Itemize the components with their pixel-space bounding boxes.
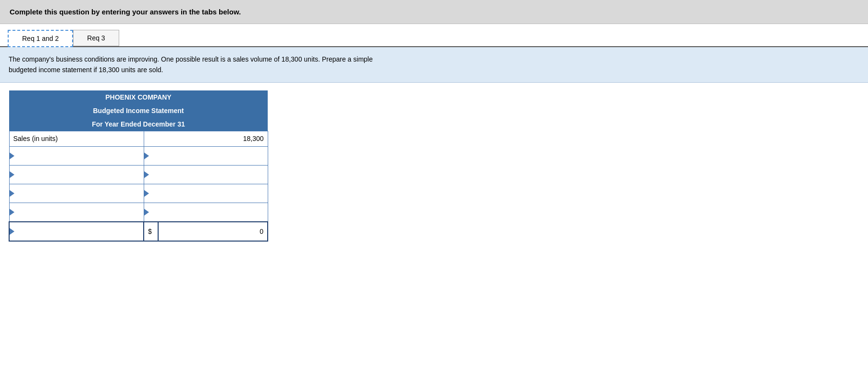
table-section: PHOENIX COMPANY Budgeted Income Statemen… — [0, 83, 868, 249]
table-title1: PHOENIX COMPANY — [9, 90, 268, 104]
input-label-2[interactable] — [13, 167, 140, 182]
arrow-icon-val-1 — [144, 153, 149, 159]
table-row-sales: Sales (in units) 18,300 — [9, 131, 268, 146]
input-value-cell-1 — [144, 146, 268, 165]
instruction-text: Complete this question by entering your … — [10, 8, 241, 16]
tab-req3[interactable]: Req 3 — [73, 30, 119, 46]
arrow-icon-total — [10, 228, 14, 235]
input-value-3[interactable] — [148, 186, 264, 201]
arrow-icon-4 — [10, 209, 14, 216]
total-label-cell — [9, 222, 144, 241]
table-title-row1: PHOENIX COMPANY — [9, 90, 268, 104]
description-line2: budgeted income statement if 18,300 unit… — [9, 66, 163, 74]
table-row-input2 — [9, 165, 268, 184]
arrow-icon-val-2 — [144, 171, 149, 178]
description-line1: The company's business conditions are im… — [9, 55, 373, 63]
description-area: The company's business conditions are im… — [0, 47, 868, 83]
income-table: PHOENIX COMPANY Budgeted Income Statemen… — [9, 90, 268, 242]
sales-value: 18,300 — [144, 131, 268, 146]
table-row-total: $ 0 — [9, 222, 268, 241]
total-value: 0 — [158, 222, 268, 241]
tabs-container: Req 1 and 2 Req 3 — [0, 24, 868, 47]
input-value-cell-4 — [144, 203, 268, 222]
table-title2: Budgeted Income Statement — [9, 104, 268, 117]
input-value-4[interactable] — [148, 205, 264, 219]
input-label-1[interactable] — [13, 149, 140, 163]
table-title-row3: For Year Ended December 31 — [9, 117, 268, 131]
tab-req1and2[interactable]: Req 1 and 2 — [8, 30, 73, 47]
instruction-bar: Complete this question by entering your … — [0, 0, 868, 24]
input-label-3[interactable] — [13, 186, 140, 201]
input-value-1[interactable] — [148, 149, 264, 163]
input-value-cell-3 — [144, 184, 268, 203]
arrow-icon-1 — [10, 153, 14, 159]
arrow-icon-val-3 — [144, 190, 149, 197]
table-title3: For Year Ended December 31 — [9, 117, 268, 131]
arrow-icon-3 — [10, 190, 14, 197]
total-symbol: $ — [144, 222, 158, 241]
total-label-input[interactable] — [13, 224, 139, 239]
arrow-icon-2 — [10, 171, 14, 178]
input-value-2[interactable] — [148, 167, 264, 182]
input-value-cell-2 — [144, 165, 268, 184]
sales-label: Sales (in units) — [9, 131, 144, 146]
arrow-icon-val-4 — [144, 209, 149, 216]
input-label-cell-2 — [9, 165, 144, 184]
table-title-row2: Budgeted Income Statement — [9, 104, 268, 117]
input-label-cell-1 — [9, 146, 144, 165]
input-label-4[interactable] — [13, 205, 140, 219]
table-row-input1 — [9, 146, 268, 165]
input-label-cell-3 — [9, 184, 144, 203]
table-row-input3 — [9, 184, 268, 203]
table-row-input4 — [9, 203, 268, 222]
input-label-cell-4 — [9, 203, 144, 222]
